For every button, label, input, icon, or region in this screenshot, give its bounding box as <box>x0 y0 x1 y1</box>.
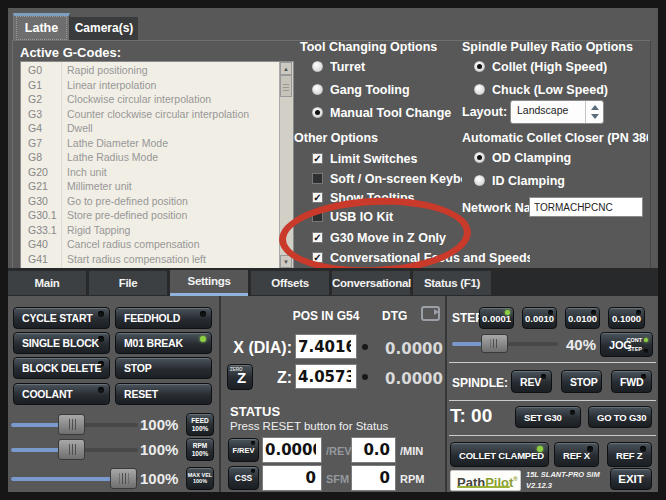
feed-override-handle[interactable] <box>58 414 85 435</box>
checkbox-soft-keyboard[interactable]: Soft / On-screen Keyboard <box>312 172 462 186</box>
section-divider <box>449 400 656 401</box>
pathpilot-logo: PathPilot® <box>450 470 521 491</box>
jog-speed-handle[interactable] <box>481 334 508 353</box>
checkbox-usb-io-kit[interactable]: USB IO Kit <box>312 210 452 224</box>
radio-chuck-low-speed[interactable]: Chuck (Low Speed) <box>474 83 634 97</box>
gcodes-listbox[interactable]: G0Rapid positioning G1Linear interpolati… <box>20 61 294 269</box>
jog-cont-step-button[interactable]: JOG CONT STEP <box>600 332 653 357</box>
step-1000-button[interactable]: 0.1000 <box>608 307 645 329</box>
nav-tab-conversational[interactable]: Conversational <box>332 271 410 295</box>
maxvel-100-button[interactable]: MAX VEL100% <box>186 467 214 490</box>
maxvel-override-handle[interactable] <box>110 468 137 489</box>
spindle-fwd-button[interactable]: FWD <box>611 370 652 393</box>
radio-gang-tooling[interactable]: Gang Tooling <box>312 83 452 97</box>
gcode-row[interactable]: G40Cancel radius compensation <box>21 237 279 252</box>
css-button[interactable]: CSS <box>228 466 259 490</box>
gcode-row[interactable]: G30.1Store pre-defined position <box>21 208 279 223</box>
panel-divider <box>445 296 447 492</box>
collet-clamped-button[interactable]: COLLET CLAMPED <box>450 442 549 467</box>
step-0010-button[interactable]: 0.0010 <box>522 307 557 329</box>
gcode-row[interactable]: G21Millimeter unit <box>21 179 279 194</box>
gcode-row[interactable]: G2Clockwise circular interpolation <box>21 92 279 107</box>
gcode-row[interactable]: G1Linear interpolation <box>21 78 279 93</box>
tab-cameras[interactable]: Camera(s) <box>70 17 138 40</box>
scroll-up-icon[interactable]: ▲ <box>280 62 292 75</box>
goto-g30-button[interactable]: GO TO G30 <box>588 406 652 428</box>
led-indicator <box>541 374 546 379</box>
spindle-rev-button[interactable]: REV <box>511 370 552 393</box>
radio-collet-high-speed[interactable]: Collet (High Speed) <box>474 60 634 74</box>
gcode-row[interactable]: G8Lathe Radius Mode <box>21 150 279 165</box>
checkbox-conversational-feeds[interactable]: ✓ Conversational Feeds and Speeds <box>312 251 527 265</box>
checkbox-checked-icon: ✓ <box>312 153 323 164</box>
spindle-stop-button[interactable]: STOP <box>561 370 602 393</box>
coolant-button[interactable]: COOLANT <box>13 383 110 405</box>
stop-button[interactable]: STOP <box>115 357 212 379</box>
block-delete-button[interactable]: BLOCK DELETE <box>13 357 110 379</box>
maxvel-override-percent: 100% <box>140 470 178 487</box>
nav-tab-settings[interactable]: Settings <box>170 270 248 296</box>
cycle-start-button[interactable]: CYCLE START <box>13 307 110 329</box>
rpm-override-handle[interactable] <box>58 439 85 460</box>
radio-icon <box>474 152 485 163</box>
zero-z-button[interactable]: ZERO Z <box>227 364 253 390</box>
z-dro-input[interactable] <box>295 364 357 389</box>
radio-manual-tool-change[interactable]: Manual Tool Change <box>312 106 457 120</box>
checkbox-g30-move-z-only[interactable]: ✓ G30 Move in Z Only <box>312 231 452 245</box>
nav-tab-status[interactable]: Status (F1) <box>413 271 491 295</box>
checkbox-checked-icon: ✓ <box>312 192 323 203</box>
feed-per-min-input[interactable] <box>351 437 396 463</box>
gcode-row[interactable]: G0Rapid positioning <box>21 63 279 78</box>
maxvel-override-track[interactable] <box>11 477 124 481</box>
rpm-unit: RPM <box>400 473 424 485</box>
tab-lathe[interactable]: Lathe <box>13 13 70 43</box>
css-value-input[interactable] <box>262 465 322 491</box>
nav-tab-offsets[interactable]: Offsets <box>251 271 329 295</box>
exit-button[interactable]: EXIT <box>610 468 652 490</box>
checkbox-limit-switches[interactable]: ✓ Limit Switches <box>312 152 452 166</box>
nav-tab-main[interactable]: Main <box>8 271 86 295</box>
radio-od-clamping[interactable]: OD Clamping <box>474 151 614 165</box>
radio-turret[interactable]: Turret <box>312 60 452 74</box>
gcode-row[interactable]: G7Lathe Diameter Mode <box>21 136 279 151</box>
layout-dropdown[interactable]: Landscape <box>510 100 604 124</box>
gcode-row[interactable]: G4Dwell <box>21 121 279 136</box>
sfm-unit: SFM <box>326 473 349 485</box>
network-name-input[interactable] <box>529 197 643 217</box>
x-dro-input[interactable] <box>295 334 357 359</box>
feed-per-rev-input[interactable] <box>262 437 322 463</box>
scroll-down-icon[interactable]: ▼ <box>280 255 292 268</box>
step-0001-button[interactable]: 0.0001 <box>479 307 514 329</box>
logo-swoosh <box>457 486 510 488</box>
rpm-override-percent: 100% <box>140 441 178 458</box>
scrollbar-thumb[interactable] <box>280 75 292 97</box>
gcode-row[interactable]: G30Go to pre-defined position <box>21 194 279 209</box>
gcode-row[interactable]: G33.1Rigid Tapping <box>21 223 279 238</box>
rpm-100-button[interactable]: RPM100% <box>186 438 214 461</box>
gcodes-title: Active G-Codes: <box>20 45 121 60</box>
feedhold-button[interactable]: FEEDHOLD <box>115 307 212 329</box>
checkbox-unchecked-icon <box>312 173 323 184</box>
frev-button[interactable]: F/REV <box>228 438 259 462</box>
step-0100-button[interactable]: 0.0100 <box>565 307 600 329</box>
gcode-row[interactable]: G41Start radius compensation left <box>21 252 279 267</box>
gcode-row[interactable]: G20Inch unit <box>21 165 279 180</box>
dropdown-spinner-icon[interactable] <box>585 101 603 123</box>
gcode-row[interactable]: G3Counter clockwise circular interpolati… <box>21 107 279 122</box>
checkbox-show-tooltips[interactable]: ✓ Show Tooltips <box>312 191 452 205</box>
single-block-button[interactable]: SINGLE BLOCK <box>13 332 110 354</box>
set-g30-button[interactable]: SET G30 <box>515 406 581 428</box>
feed-100-button[interactable]: FEED100% <box>186 413 214 436</box>
ref-x-button[interactable]: REF X <box>554 442 599 467</box>
m01-break-button[interactable]: M01 BREAK <box>115 332 212 354</box>
ref-z-button[interactable]: REF Z <box>607 442 652 467</box>
reset-button[interactable]: RESET <box>115 383 212 405</box>
radio-icon <box>312 107 323 118</box>
radio-id-clamping[interactable]: ID Clamping <box>474 174 614 188</box>
nav-tab-file[interactable]: File <box>89 271 167 295</box>
tool-number-label: T: 00 <box>450 405 492 427</box>
camera-icon[interactable] <box>421 306 440 321</box>
x-axis-label: X (DIA): <box>222 339 292 357</box>
gcodes-scrollbar[interactable]: ▲ ▼ <box>279 62 293 268</box>
rpm-value-input[interactable] <box>351 465 396 491</box>
